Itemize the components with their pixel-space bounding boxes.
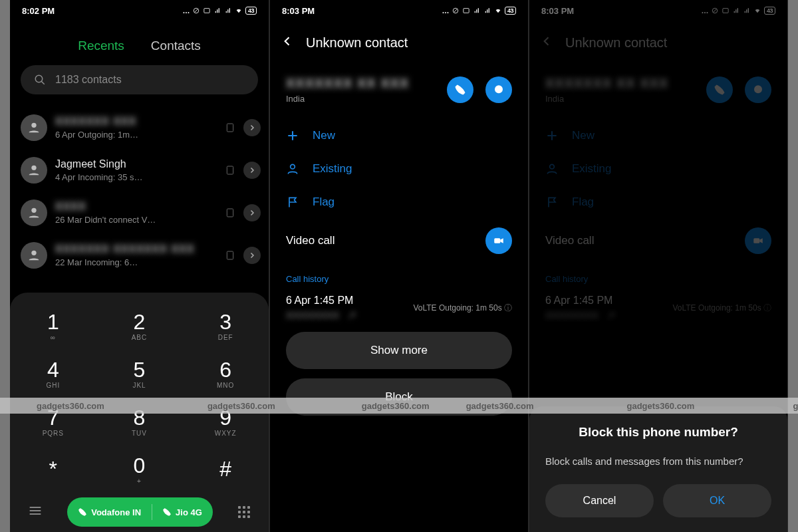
watermark: gadgets360.com gadgets360.com gadgets360… xyxy=(0,398,798,414)
details-button[interactable] xyxy=(243,119,261,136)
dialpad-key-#[interactable]: # xyxy=(182,446,269,493)
svg-rect-8 xyxy=(227,166,233,174)
person-icon xyxy=(286,162,299,176)
dnd-icon xyxy=(192,7,200,14)
video-call-button[interactable] xyxy=(485,227,512,254)
list-item[interactable]: XXXXXXX XXXXXXX XXX22 Mar Incoming: 6… xyxy=(18,234,263,277)
dialog-title: Block this phone number? xyxy=(545,425,771,440)
list-item[interactable]: Jagmeet Singh4 Apr Incoming: 35 s… xyxy=(18,149,263,192)
list-item[interactable]: XXXXXXX XXX6 Apr Outgoing: 1m… xyxy=(18,106,263,149)
call-sim2-button[interactable]: Jio 4G xyxy=(152,497,213,527)
search-placeholder: 1183 contacts xyxy=(55,74,122,86)
contact-name: XXXXXXX XXX xyxy=(55,116,217,128)
hamburger-icon xyxy=(29,506,42,515)
call-sim1-button[interactable]: Vodafone IN xyxy=(67,497,152,527)
svg-rect-18 xyxy=(464,9,469,13)
tab-recents[interactable]: Recents xyxy=(78,39,124,53)
dialpad-key-6[interactable]: 6MNO xyxy=(182,350,269,398)
dialpad-toggle[interactable] xyxy=(238,506,250,518)
dialpad-key-5[interactable]: 5JKL xyxy=(96,350,183,398)
avatar xyxy=(21,114,47,141)
block-dialog: Block this phone number? Block calls and… xyxy=(529,406,787,532)
svg-line-1 xyxy=(194,9,198,13)
chevron-right-icon xyxy=(248,166,256,174)
phone-icon xyxy=(162,507,172,517)
battery-icon: 43 xyxy=(245,7,257,15)
call-log-list: XXXXXXX XXX6 Apr Outgoing: 1m… Jagmeet S… xyxy=(10,94,269,277)
history-time: 6 Apr 1:45 PM xyxy=(286,295,356,307)
details-button[interactable] xyxy=(243,247,261,264)
show-more-button[interactable]: Show more xyxy=(286,332,512,369)
tab-contacts[interactable]: Contacts xyxy=(151,39,201,53)
svg-rect-21 xyxy=(494,238,500,243)
svg-point-11 xyxy=(31,251,36,255)
signal-icon xyxy=(224,7,232,14)
wifi-icon xyxy=(494,7,502,14)
dialpad-key-4[interactable]: 4GHI xyxy=(10,350,96,398)
svg-rect-6 xyxy=(227,124,233,132)
phone-number: XXXXXXX XX XXX xyxy=(286,76,435,91)
phone-icon xyxy=(454,84,466,96)
call-button[interactable] xyxy=(447,76,473,103)
page-title: Unknown contact xyxy=(306,35,408,51)
video-call-label: Video call xyxy=(286,234,334,247)
call-info: 4 Apr Incoming: 35 s… xyxy=(55,172,217,182)
phone-icon xyxy=(78,507,87,517)
list-item[interactable]: XXXX26 Mar Didn't connect V… xyxy=(18,192,263,234)
screen-contact-detail: 8:03 PM … 43 Unknown contact XXXXXXX XX … xyxy=(269,0,529,532)
chevron-right-icon xyxy=(248,251,256,259)
svg-point-20 xyxy=(291,164,295,169)
signal-icon xyxy=(213,7,221,14)
sim-icon xyxy=(225,207,235,218)
dialog-body: Block calls and messages from this numbe… xyxy=(545,454,771,468)
contact-name: XXXX xyxy=(55,201,217,213)
chat-icon xyxy=(493,84,505,96)
call-history-item[interactable]: 6 Apr 1:45 PM XXXXXXXX ↗ VoLTE Outgoing:… xyxy=(270,289,528,323)
chevron-left-icon xyxy=(281,35,294,48)
svg-point-3 xyxy=(35,75,43,82)
existing-contact-button[interactable]: Existing xyxy=(286,162,512,176)
search-icon xyxy=(34,74,46,86)
svg-rect-10 xyxy=(227,209,233,217)
svg-point-7 xyxy=(31,166,36,170)
screen-dialer: 8:02 PM … 43 Recents Contacts 1183 conta… xyxy=(10,0,269,532)
menu-button[interactable] xyxy=(29,506,42,518)
call-info: 26 Mar Didn't connect V… xyxy=(55,215,217,225)
details-button[interactable] xyxy=(243,162,261,179)
tabs: Recents Contacts xyxy=(10,19,269,65)
svg-point-19 xyxy=(495,85,503,93)
details-button[interactable] xyxy=(243,204,261,221)
dialpad-key-0[interactable]: 0+ xyxy=(96,446,183,493)
chevron-right-icon xyxy=(248,124,256,132)
call-history-title: Call history xyxy=(270,269,528,289)
avatar xyxy=(21,242,47,269)
message-button[interactable] xyxy=(485,76,512,103)
wifi-icon xyxy=(235,7,243,14)
chevron-right-icon xyxy=(248,209,256,217)
svg-point-5 xyxy=(31,123,36,128)
call-buttons: Vodafone IN Jio 4G xyxy=(67,497,213,527)
statusbar: 8:03 PM … 43 xyxy=(270,0,528,19)
signal-icon xyxy=(483,7,491,14)
dialpad-key-*[interactable]: * xyxy=(10,446,96,493)
contact-name: XXXXXXX XXXXXXX XXX xyxy=(55,243,217,255)
new-contact-button[interactable]: New xyxy=(286,129,512,142)
sim-icon xyxy=(225,165,235,176)
dialpad-key-2[interactable]: 2ABC xyxy=(96,302,183,350)
svg-line-17 xyxy=(454,9,457,13)
cancel-button[interactable]: Cancel xyxy=(545,484,654,517)
ok-button[interactable]: OK xyxy=(663,484,771,517)
country-label: India xyxy=(286,94,435,104)
avatar xyxy=(21,157,47,184)
hd-icon xyxy=(203,7,211,14)
avatar xyxy=(21,200,47,226)
svg-rect-12 xyxy=(227,251,233,259)
call-info: 6 Apr Outgoing: 1m… xyxy=(55,130,217,140)
clock: 8:03 PM xyxy=(282,6,315,16)
dialpad-key-1[interactable]: 1∞ xyxy=(10,302,96,350)
flag-button[interactable]: Flag xyxy=(286,196,512,209)
dialpad-key-3[interactable]: 3DEF xyxy=(182,302,269,350)
back-button[interactable] xyxy=(281,35,294,51)
search-input[interactable]: 1183 contacts xyxy=(21,65,258,94)
flag-icon xyxy=(286,196,299,209)
